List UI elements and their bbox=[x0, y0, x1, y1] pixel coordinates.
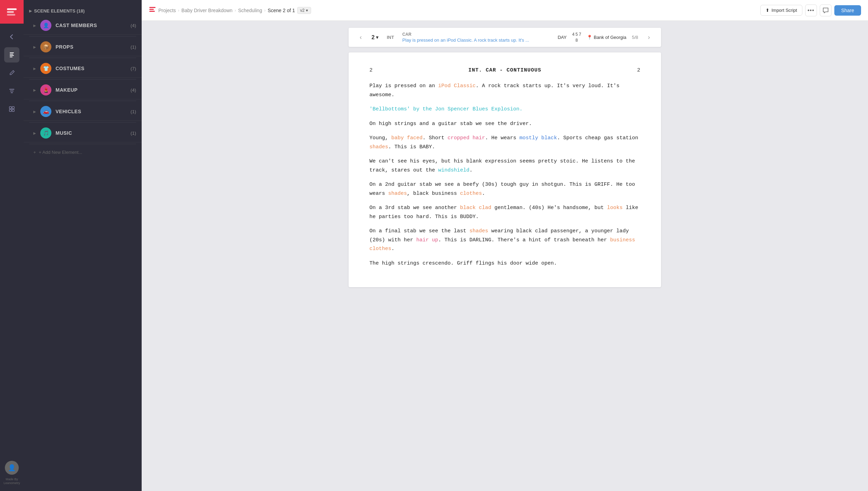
svg-rect-0 bbox=[7, 8, 17, 10]
scene-heading-line: 2 INT. CAR - CONTINUOUS 2 bbox=[369, 66, 640, 75]
app-icon-nav bbox=[149, 6, 156, 15]
sidebar-item-costumes[interactable]: ▶👕COSTUMES(7) bbox=[24, 59, 142, 78]
import-icon: ⬆ bbox=[766, 8, 769, 13]
element-count: (1) bbox=[131, 109, 136, 114]
icon-bar: 👤 Made By Leanometry bbox=[0, 0, 24, 491]
share-button[interactable]: Share bbox=[834, 5, 861, 16]
element-label: CAST MEMBERS bbox=[56, 23, 126, 28]
svg-rect-12 bbox=[9, 109, 11, 111]
sidebar: ▶ SCENE ELEMENTS (18) ▶👤CAST MEMBERS(4)▶… bbox=[24, 0, 142, 491]
add-element-button[interactable]: + + Add New Element... bbox=[24, 145, 142, 159]
script-paragraphs: Play is pressed on an iPod Classic. A ro… bbox=[369, 82, 640, 268]
breadcrumb-project[interactable]: Baby Driver Breakdown bbox=[182, 8, 233, 13]
comment-button[interactable] bbox=[820, 5, 832, 16]
element-chevron: ▶ bbox=[33, 24, 36, 27]
breadcrumb-projects[interactable]: Projects bbox=[158, 8, 176, 13]
breadcrumb-sep-2: › bbox=[235, 8, 236, 13]
breakdown-icon[interactable] bbox=[4, 101, 19, 117]
element-list: ▶👤CAST MEMBERS(4)▶📦PROPS(1)▶👕COSTUMES(7)… bbox=[24, 16, 142, 145]
script-text-normal: On a final stab we see the last bbox=[369, 228, 469, 234]
script-text-orange: shades bbox=[469, 228, 488, 234]
element-count: (4) bbox=[131, 23, 136, 28]
script-paragraph: 'Bellbottoms' by the Jon Spencer Blues E… bbox=[369, 105, 640, 114]
svg-rect-14 bbox=[149, 7, 156, 8]
breadcrumb-scheduling[interactable]: Scheduling bbox=[238, 8, 262, 13]
scene-time: DAY bbox=[558, 35, 567, 40]
element-type-icon: 👤 bbox=[40, 20, 51, 31]
element-count: (7) bbox=[131, 66, 136, 71]
svg-rect-8 bbox=[10, 91, 14, 91]
scene-pages-grid: 457 8 bbox=[572, 32, 581, 43]
version-label: v2 bbox=[300, 8, 305, 13]
scene-fraction: 5/8 bbox=[632, 35, 638, 40]
element-label: MUSIC bbox=[56, 130, 126, 136]
element-label: MAKEUP bbox=[56, 87, 126, 93]
svg-rect-10 bbox=[9, 107, 11, 109]
svg-rect-9 bbox=[11, 92, 13, 93]
sidebar-item-music[interactable]: ▶🎵MUSIC(1) bbox=[24, 124, 142, 142]
script-text-normal: On a 3rd stab we see another bbox=[369, 205, 460, 211]
script-text-normal: , black business bbox=[407, 191, 460, 197]
script-paragraph: The high strings crescendo. Griff flings… bbox=[369, 259, 640, 268]
script-paragraph: We can't see his eyes, but his blank exp… bbox=[369, 157, 640, 175]
scene-elements-label: SCENE ELEMENTS (18) bbox=[34, 8, 85, 14]
script-text-normal: . He wears bbox=[485, 135, 519, 141]
script-text-orange: iPod Classic bbox=[438, 83, 476, 89]
more-options-button[interactable]: ••• bbox=[805, 5, 817, 16]
app-logo[interactable] bbox=[0, 0, 24, 24]
add-element-plus: + bbox=[33, 150, 36, 155]
scene-num-left: 2 bbox=[369, 66, 380, 75]
script-text-normal: . bbox=[482, 191, 485, 197]
sidebar-item-props[interactable]: ▶📦PROPS(1) bbox=[24, 38, 142, 56]
scene-num-right: 2 bbox=[630, 66, 640, 75]
import-script-button[interactable]: ⬆ Import Script bbox=[760, 5, 802, 16]
sidebar-item-cast-members[interactable]: ▶👤CAST MEMBERS(4) bbox=[24, 16, 142, 35]
script-text-orange: clothes bbox=[460, 191, 482, 197]
script-text-normal: The high strings crescendo. Griff flings… bbox=[369, 260, 557, 266]
filter-icon[interactable] bbox=[4, 83, 19, 99]
back-nav-icon[interactable] bbox=[4, 29, 19, 44]
edit-icon[interactable] bbox=[4, 65, 19, 81]
svg-rect-6 bbox=[10, 57, 12, 57]
scene-next-button[interactable]: › bbox=[644, 32, 654, 43]
element-count: (1) bbox=[131, 131, 136, 136]
script-text-pink: cropped hair bbox=[448, 135, 485, 141]
script-icon[interactable] bbox=[4, 47, 19, 63]
sidebar-item-makeup[interactable]: ▶💄MAKEUP(4) bbox=[24, 81, 142, 99]
top-nav: Projects › Baby Driver Breakdown › Sched… bbox=[142, 0, 868, 21]
element-chevron: ▶ bbox=[33, 45, 36, 49]
script-text-normal: . This is DARLING. There's a hint of tra… bbox=[438, 237, 610, 243]
script-text-normal: Play is pressed on an bbox=[369, 83, 438, 89]
scene-prev-button[interactable]: ‹ bbox=[356, 32, 366, 43]
script-text-normal: . bbox=[469, 167, 473, 173]
script-text-normal: . Short bbox=[423, 135, 448, 141]
user-avatar[interactable]: 👤 bbox=[5, 461, 19, 475]
script-text-normal: . Sports cheap gas station bbox=[557, 135, 638, 141]
script-text-normal: On high strings and a guitar stab we see… bbox=[369, 121, 532, 127]
scene-synopsis[interactable]: Play is pressed on an iPod Classic. A ro… bbox=[402, 38, 552, 43]
script-text-teal: windshield bbox=[438, 167, 469, 173]
element-chevron: ▶ bbox=[33, 67, 36, 70]
scene-number: 2 bbox=[372, 34, 375, 41]
element-type-icon: 💄 bbox=[40, 84, 51, 95]
sidebar-item-vehicles[interactable]: ▶🚗VEHICLES(1) bbox=[24, 102, 142, 121]
scene-header-info: CAR Play is pressed on an iPod Classic. … bbox=[402, 32, 552, 43]
script-text-orange: baby faced bbox=[391, 135, 423, 141]
script-text-teal: 'Bellbottoms' by the Jon Spencer Blues E… bbox=[369, 106, 523, 112]
script-paragraph: Young, baby faced. Short cropped hair. H… bbox=[369, 134, 640, 151]
scene-header-meta: DAY 457 8 📍 Bank of Georgia 5/8 bbox=[558, 32, 638, 43]
svg-rect-1 bbox=[7, 11, 14, 13]
scene-elements-header[interactable]: ▶ SCENE ELEMENTS (18) bbox=[24, 6, 142, 16]
breadcrumb-sep-3: › bbox=[264, 8, 266, 13]
more-dots-icon: ••• bbox=[808, 7, 815, 14]
import-label: Import Script bbox=[771, 8, 797, 13]
scene-heading: INT. CAR - CONTINUOUS bbox=[380, 66, 630, 75]
script-text-normal: gentleman. (40s) He's handsome, but bbox=[491, 205, 607, 211]
script-text-normal: Young, bbox=[369, 135, 391, 141]
svg-rect-11 bbox=[12, 107, 14, 109]
script-text-orange: looks bbox=[607, 205, 623, 211]
main-content: Projects › Baby Driver Breakdown › Sched… bbox=[142, 0, 868, 491]
scene-number-dropdown[interactable]: 2 ▾ bbox=[372, 34, 378, 41]
svg-rect-2 bbox=[7, 14, 15, 16]
version-badge[interactable]: v2 ▾ bbox=[297, 7, 311, 14]
